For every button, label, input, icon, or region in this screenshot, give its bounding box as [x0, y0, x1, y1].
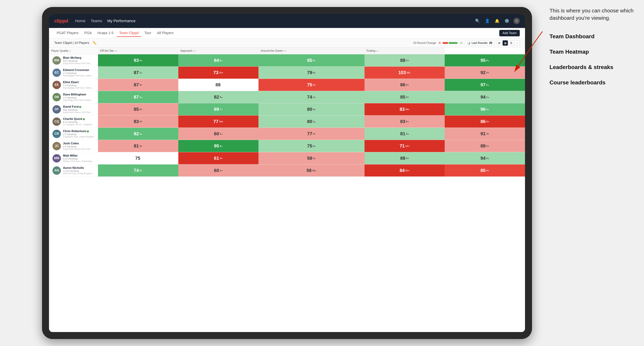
- score-cell-off_tee: 84 6▲: [178, 54, 259, 67]
- score-cell-approach: 75 3▼: [258, 79, 364, 91]
- nav-home[interactable]: Home: [75, 18, 86, 24]
- score-cell-around_green: 83 6▼: [364, 116, 445, 128]
- table-row: EE Elliot Ebert 1-5 Handicap Sunningdale…: [49, 79, 525, 91]
- score-cell-putting: 97 5▲: [445, 79, 525, 91]
- score-cell-around_green: 81 4▲: [364, 128, 445, 140]
- change-pos: +5: [460, 41, 463, 44]
- score-cell-off_tee: 77 14▼: [178, 116, 259, 128]
- table-body: BM Blair McHarg Plus Handicap Royal Nort…: [49, 54, 525, 177]
- nav-links: Home Teams My Performance: [75, 18, 474, 24]
- score-cell-off_tee: 95 8▲: [178, 140, 259, 152]
- table-row: JC Josh Coles 1-5 Handicap Royal North D…: [49, 140, 525, 152]
- nav-teams[interactable]: Teams: [91, 18, 102, 24]
- score-cell-approach: 80 3▲: [258, 103, 364, 116]
- subnav-team-clippd[interactable]: Team Clippd: [117, 29, 141, 37]
- bell-icon[interactable]: 🔔: [494, 18, 500, 24]
- score-cell-around_green: 88 2▼: [364, 152, 445, 165]
- person-icon[interactable]: 👤: [484, 18, 490, 24]
- avatar[interactable]: U: [514, 18, 520, 24]
- score-cell-player_quality: 81 3▼: [98, 140, 178, 152]
- player-cell[interactable]: MM Matt Miller 6-10 Handicap Woburn Golf…: [49, 152, 98, 165]
- score-cell-player_quality: 87 4▲: [98, 91, 178, 103]
- score-cell-off_tee: 73 11▼: [178, 67, 259, 79]
- col-player-quality: Player Quality ↕: [49, 47, 98, 54]
- player-cell[interactable]: DF David Ford Plus Handicap Royal North …: [49, 103, 98, 116]
- subnav-tour[interactable]: Tour: [142, 29, 154, 37]
- score-cell-approach: 80 1▲: [258, 116, 364, 128]
- score-cell-off_tee: 61 3▼: [178, 152, 259, 165]
- player-cell[interactable]: EC Edward Crossman 1-5 Handicap Sunningd…: [49, 67, 98, 79]
- score-cell-approach: 85 8▲: [258, 54, 364, 67]
- score-cell-putting: 89 2▼: [445, 140, 525, 152]
- score-cell-around_green: 86 6▼: [364, 79, 445, 91]
- score-cell-putting: 94 3▲: [445, 152, 525, 165]
- score-cell-player_quality: 83 3▼: [98, 116, 178, 128]
- player-cell[interactable]: BM Blair McHarg Plus Handicap Royal Nort…: [49, 54, 98, 67]
- score-cell-player_quality: 87 3▼: [98, 79, 178, 91]
- score-cell-player_quality: 87 1▲: [98, 67, 178, 79]
- player-cell[interactable]: EE Elliot Ebert 1-5 Handicap Sunningdale…: [49, 79, 98, 91]
- score-cell-putting: 92 3▼: [445, 67, 525, 79]
- subnav: PGAT Players PGA Hcaps 1-5 Team Clippd T…: [49, 28, 525, 38]
- annotation-area: This is where you can choose which dashb…: [550, 7, 640, 94]
- team-bar: Team Clippd | 14 Players ✏️ 20 Round Cha…: [49, 38, 525, 47]
- score-cell-around_green: 71 11▼: [364, 140, 445, 152]
- navbar: clippd Home Teams My Performance 🔍 👤 🔔 ⚙…: [49, 14, 525, 28]
- search-icon[interactable]: 🔍: [474, 18, 480, 24]
- table-row: DB Dave Billingham 1-5 Handicap Gog Mago…: [49, 91, 525, 103]
- app-logo: clippd: [54, 18, 68, 24]
- heatmap-view-button[interactable]: ▦: [502, 40, 508, 46]
- table-row: BM Blair McHarg Plus Handicap Royal Nort…: [49, 54, 525, 67]
- col-around-green: Around the Green —: [258, 47, 364, 54]
- round-change-info: 20 Round Change -5 +5 📊 Last Rounds: 20 …: [413, 40, 520, 46]
- score-cell-off_tee: 89 7▲: [178, 103, 259, 116]
- score-cell-off_tee: 82 4▲: [178, 91, 259, 103]
- score-cell-player_quality: 82 3▲: [98, 128, 178, 140]
- edit-team-icon[interactable]: ✏️: [93, 41, 96, 45]
- player-cell[interactable]: DB Dave Billingham 1-5 Handicap Gog Mago…: [49, 91, 98, 103]
- score-cell-putting: 95 9▲: [445, 54, 525, 67]
- player-cell[interactable]: CQ Charlie Quick 6-10 Handicap St. Georg…: [49, 116, 98, 128]
- nav-my-performance[interactable]: My Performance: [107, 18, 136, 24]
- grid-view-button[interactable]: ⊞: [497, 40, 502, 46]
- list-view-button[interactable]: ☰: [508, 40, 514, 46]
- tablet-device: clippd Home Teams My Performance 🔍 👤 🔔 ⚙…: [42, 7, 532, 339]
- score-cell-around_green: 103 15▲: [364, 67, 445, 79]
- score-cell-approach: 77 3▼: [258, 128, 364, 140]
- last-rounds-button[interactable]: 📊 Last Rounds: 20: [465, 40, 494, 45]
- green-bar: [449, 42, 458, 44]
- settings-icon[interactable]: ⚙️: [504, 18, 510, 24]
- add-team-button[interactable]: Add Team: [499, 30, 520, 36]
- table-row: DF David Ford Plus Handicap Royal North …: [49, 103, 525, 116]
- change-neg: -5: [438, 41, 440, 44]
- table-row: MM Matt Miller 6-10 Handicap Woburn Golf…: [49, 152, 525, 165]
- player-cell[interactable]: JC Josh Coles 1-5 Handicap Royal North D…: [49, 140, 98, 152]
- subnav-pga[interactable]: PGA: [82, 29, 94, 37]
- score-cell-player_quality: 85 3▼: [98, 103, 178, 116]
- annotation-item-1: Team Dashboard: [550, 32, 640, 40]
- table-row: CQ Charlie Quick 6-10 Handicap St. Georg…: [49, 116, 525, 128]
- download-button[interactable]: ↓: [514, 40, 520, 46]
- score-cell-off_tee: 60 1▼: [178, 165, 259, 177]
- col-putting: Putting —: [364, 47, 445, 54]
- table-row: CR Chris Robertson 1-5 Handicap Craigmil…: [49, 128, 525, 140]
- score-cell-player_quality: 75: [98, 152, 178, 165]
- score-cell-approach: 74 1▲: [258, 91, 364, 103]
- player-cell[interactable]: CR Chris Robertson 1-5 Handicap Craigmil…: [49, 128, 98, 140]
- score-cell-putting: 96 3▲: [445, 103, 525, 116]
- view-icons: ⊞ ▦ ☰ ↓: [497, 40, 520, 46]
- score-cell-approach: 79 9▲: [258, 67, 364, 79]
- subnav-all-players[interactable]: All Players: [154, 29, 176, 37]
- score-cell-putting: 94 1▲: [445, 91, 525, 103]
- change-bar: [443, 42, 458, 44]
- score-cell-around_green: 85 3▼: [364, 91, 445, 103]
- score-cell-off_tee: 88: [178, 79, 259, 91]
- annotation-item-3: Leaderboards & streaks: [550, 63, 640, 71]
- score-cell-putting: 86 8▼: [445, 116, 525, 128]
- subnav-pgat[interactable]: PGAT Players: [54, 29, 81, 37]
- subnav-hcaps[interactable]: Hcaps 1-5: [95, 29, 116, 37]
- annotation-text: This is where you can choose which dashb…: [550, 7, 640, 22]
- player-cell[interactable]: AN Aaron Nicholls 11-15 Handicap Drift G…: [49, 165, 98, 177]
- score-cell-around_green: 88 1▼: [364, 54, 445, 67]
- nav-icons: 🔍 👤 🔔 ⚙️ U: [474, 18, 520, 24]
